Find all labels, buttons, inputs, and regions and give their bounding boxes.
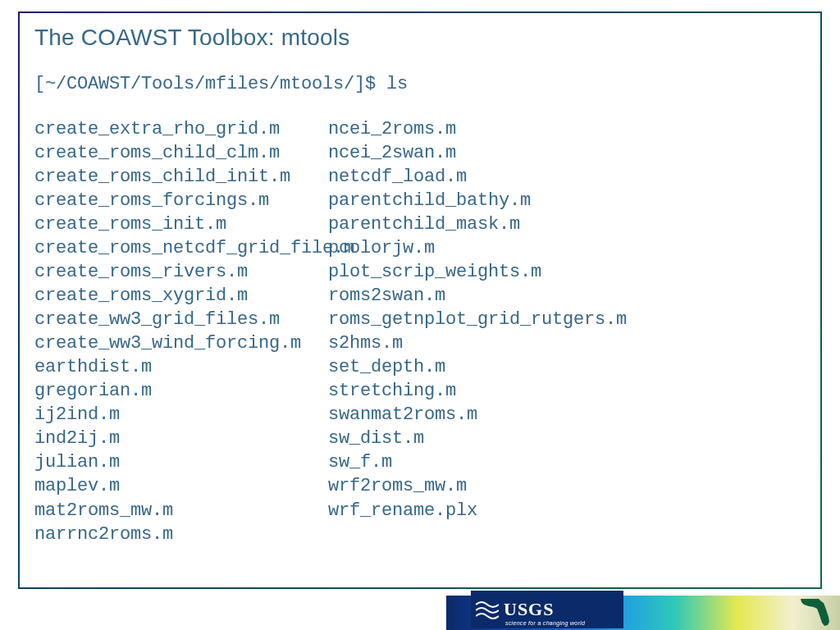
slide-title: The COAWST Toolbox: mtools [34,25,806,51]
terminal-prompt: [~/COAWST/Tools/mfiles/mtools/]$ ls [34,74,806,94]
listing-col-right: ncei_2roms.m ncei_2swan.m netcdf_load.m … [328,117,806,546]
slide: The COAWST Toolbox: mtools [~/COAWST/Too… [0,0,840,630]
file-listing: create_extra_rho_grid.m create_roms_chil… [34,117,806,546]
footer-banner: USGS science for a changing world [446,589,840,630]
listing-col-left: create_extra_rho_grid.m create_roms_chil… [34,117,328,546]
usgs-waves-icon [476,600,499,619]
usgs-tagline: science for a changing world [505,620,585,626]
content-frame: The COAWST Toolbox: mtools [~/COAWST/Too… [18,11,822,589]
usgs-logo: USGS science for a changing world [471,591,623,628]
florida-icon [799,596,835,628]
usgs-wordmark: USGS [504,600,554,619]
